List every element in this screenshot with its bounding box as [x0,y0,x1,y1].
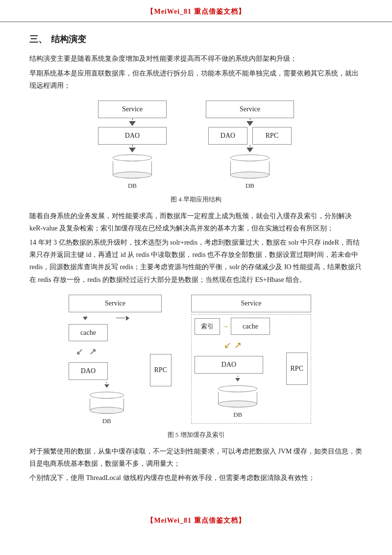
diagram-2: Service DAO RPC D [201,101,299,191]
diag4-arrow-down [195,376,281,382]
diag2-rpc-label: RPC [266,132,278,139]
diagram-3: Service [69,295,172,427]
diag4-rpc-label: RPC [291,365,303,372]
diagram-1: Service DAO DB [93,101,172,191]
diag4-rpc-box: RPC [286,353,308,385]
diag3-service-label: Service [105,300,125,307]
diag4-rpc-container: RPC [286,318,308,420]
paragraph-6: 个别情况下，使用 ThreadLocal 做线程内缓存也是种有效手段，但需要考虑… [29,472,363,484]
diag3-cache-dao-row: cache [69,324,145,342]
diag3-rpc-label: RPC [154,366,167,374]
diag3-rpc-box: RPC [150,354,172,386]
diag4-suoyin-label: 索引 [201,323,214,330]
section-number: 三、 [29,32,47,47]
diag4-body: 索引 → cache ↙ ↗ [195,318,308,420]
diag3-dao-label: DAO [81,367,96,375]
diag2-middle-row: DAO RPC [208,127,292,145]
paragraph-2: 早期系统基本是应用直联数据库，但在系统进行拆分后，功能本系统不能单独完成，需要依… [29,67,363,92]
diag2-arrow1 [246,118,253,127]
diag3-rpc-container: RPC [150,314,172,427]
diag2-service-label: Service [240,105,260,113]
paragraph-1: 结构演变主要是随着系统复杂度增加及对性能要求提高而不得不做的系统内部架构升级； [29,52,363,65]
diag3-curve-icon: ↙ [76,344,83,359]
fig2-caption: 图 5 增加缓存及索引 [29,429,363,440]
paragraph-3: 随着自身系统的业务发展，对性能要求高，而数据库一定程度上成为瓶颈，就会引入缓存及… [29,210,363,234]
diag1-db: DB [113,154,152,191]
diagram-4: Service 索引 → cache [191,295,323,424]
diag1-dao-label: DAO [125,132,140,139]
diag4-dashed-container: 索引 → cache ↙ ↗ [191,314,311,424]
diag2-db-label: DB [245,180,254,191]
diag1-arrow2 [129,145,136,153]
footer-text: 【MeiWei_81 重点借鉴文档】 [147,517,245,524]
diag4-left-col: 索引 → cache ↙ ↗ [195,318,281,420]
paragraph-4: 14 年对 3 亿热数据的系统升级时，技术选型为 solr+redis，考虑到数… [29,236,363,286]
diag4-curved-arrows: ↙ ↗ [195,337,281,354]
diag3-left-col: cache ↙ ↗ DAO [69,314,145,427]
diag1-arrow1 [129,118,136,127]
section-title-text: 结构演变 [51,32,86,47]
diag4-db: DB [195,385,281,420]
diag2-db: DB [230,154,270,191]
diag3-service-box: Service [69,295,162,312]
fig1-caption: 图 4 早期应用结构 [29,194,363,205]
diag1-service-box: Service [98,101,167,118]
diag3-dao-box: DAO [69,362,108,380]
diag4-dao-box: DAO [195,356,263,374]
header-text: 【MeiWei_81 重点借鉴文档】 [147,8,245,15]
diag4-curve-icon2: ↗ [234,338,242,353]
diag4-cache-box: cache [231,318,270,335]
diag2-dao-label: DAO [220,132,235,139]
diag4-arrow-between: → [222,321,229,332]
diag1-service-label: Service [122,105,143,113]
diag4-suoyin-cache-row: 索引 → cache [195,318,281,335]
diag2-arrow2 [246,145,253,153]
diag3-arrow-down1 [83,315,88,321]
diag4-cache-label: cache [243,323,258,330]
diagram-row-2: Service [29,295,363,427]
diag3-cache-box: cache [69,324,108,342]
section-title: 三、 结构演变 [29,32,363,47]
diagram-row-1: Service DAO DB Service [29,101,363,191]
diag3-arrows-top [69,314,145,322]
diag1-db-label: DB [128,180,137,191]
page-footer: 【MeiWei_81 重点借鉴文档】 [0,506,392,533]
diag3-curve-icon2: ↗ [89,344,97,359]
diag2-dao-box: DAO [208,127,247,145]
diag2-rpc-box: RPC [252,127,292,145]
diag4-service-box: Service [191,295,311,312]
diag4-curve-icon: ↙ [224,338,231,353]
diag4-dao-label: DAO [221,361,236,368]
diag4-db-label: DB [233,409,242,420]
diag3-curved-arrows: ↙ ↗ [69,343,145,360]
diag3-db: DB [69,392,145,427]
diag3-horiz-arrow [116,316,130,321]
paragraph-5: 对于频繁使用的数据，从集中缓存读取，不一定达到性能要求，可以考虑把数据入 JVM… [29,445,363,470]
diag3-db-label: DB [102,416,111,427]
page-header: 【MeiWei_81 重点借鉴文档】 [0,0,392,22]
diag4-suoyin-box: 索引 [195,318,220,335]
diag1-dao-box: DAO [98,127,167,145]
diag3-body: cache ↙ ↗ DAO [69,314,172,427]
diag4-service-label: Service [241,300,262,307]
diag3-cache-label: cache [80,329,96,336]
diag2-service-box: Service [206,101,294,118]
diag3-arrow-down2 [69,382,145,389]
